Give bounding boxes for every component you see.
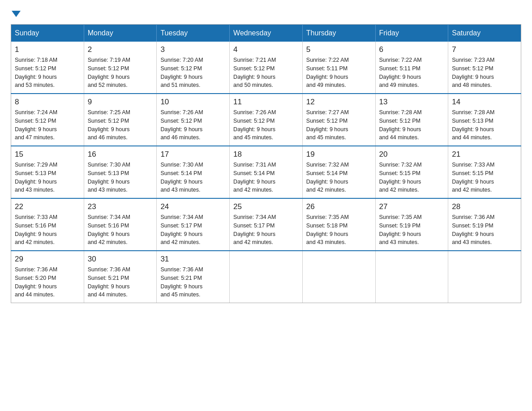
day-info: Sunrise: 7:24 AMSunset: 5:12 PMDaylight:… [15, 108, 80, 142]
day-info: Sunrise: 7:28 AMSunset: 5:13 PMDaylight:… [452, 108, 517, 142]
calendar-cell: 21Sunrise: 7:33 AMSunset: 5:15 PMDayligh… [448, 146, 521, 198]
day-info: Sunrise: 7:26 AMSunset: 5:12 PMDaylight:… [160, 108, 226, 142]
calendar-cell: 30Sunrise: 7:36 AMSunset: 5:21 PMDayligh… [84, 251, 157, 303]
day-number: 25 [233, 202, 299, 211]
calendar-cell [230, 251, 303, 303]
day-info: Sunrise: 7:34 AMSunset: 5:16 PMDaylight:… [88, 213, 153, 247]
day-number: 20 [379, 150, 445, 159]
calendar-cell: 9Sunrise: 7:25 AMSunset: 5:12 PMDaylight… [84, 94, 157, 146]
page-header [11, 11, 521, 17]
day-info: Sunrise: 7:21 AMSunset: 5:12 PMDaylight:… [233, 56, 299, 90]
day-number: 1 [15, 45, 80, 54]
calendar-cell [375, 251, 448, 303]
calendar-cell: 23Sunrise: 7:34 AMSunset: 5:16 PMDayligh… [84, 198, 157, 251]
day-info: Sunrise: 7:35 AMSunset: 5:18 PMDaylight:… [306, 213, 372, 247]
calendar-cell: 24Sunrise: 7:34 AMSunset: 5:17 PMDayligh… [157, 198, 230, 251]
day-info: Sunrise: 7:36 AMSunset: 5:21 PMDaylight:… [160, 265, 226, 299]
day-info: Sunrise: 7:28 AMSunset: 5:12 PMDaylight:… [379, 108, 445, 142]
day-number: 14 [452, 98, 517, 107]
day-info: Sunrise: 7:31 AMSunset: 5:14 PMDaylight:… [233, 161, 299, 194]
day-number: 11 [233, 98, 299, 107]
day-number: 2 [88, 45, 153, 54]
day-info: Sunrise: 7:22 AMSunset: 5:11 PMDaylight:… [306, 56, 372, 90]
calendar-cell: 1Sunrise: 7:18 AMSunset: 5:12 PMDaylight… [11, 42, 84, 94]
calendar-cell: 3Sunrise: 7:20 AMSunset: 5:12 PMDaylight… [157, 42, 230, 94]
calendar-cell: 4Sunrise: 7:21 AMSunset: 5:12 PMDaylight… [230, 42, 303, 94]
weekday-header-sunday: Sunday [11, 25, 84, 42]
calendar-cell: 22Sunrise: 7:33 AMSunset: 5:16 PMDayligh… [11, 198, 84, 251]
calendar-cell [448, 251, 521, 303]
calendar-cell: 28Sunrise: 7:36 AMSunset: 5:19 PMDayligh… [448, 198, 521, 251]
day-number: 21 [452, 150, 517, 159]
day-number: 24 [160, 202, 226, 211]
day-info: Sunrise: 7:30 AMSunset: 5:14 PMDaylight:… [160, 161, 226, 194]
day-info: Sunrise: 7:20 AMSunset: 5:12 PMDaylight:… [160, 56, 226, 90]
calendar-cell: 2Sunrise: 7:19 AMSunset: 5:12 PMDaylight… [84, 42, 157, 94]
day-number: 7 [452, 45, 517, 54]
calendar-cell: 29Sunrise: 7:36 AMSunset: 5:20 PMDayligh… [11, 251, 84, 303]
day-info: Sunrise: 7:27 AMSunset: 5:12 PMDaylight:… [306, 108, 372, 142]
day-info: Sunrise: 7:36 AMSunset: 5:20 PMDaylight:… [15, 265, 80, 299]
calendar-cell: 8Sunrise: 7:24 AMSunset: 5:12 PMDaylight… [11, 94, 84, 146]
day-number: 29 [15, 255, 80, 264]
day-info: Sunrise: 7:36 AMSunset: 5:19 PMDaylight:… [452, 213, 517, 247]
calendar-cell: 5Sunrise: 7:22 AMSunset: 5:11 PMDaylight… [302, 42, 375, 94]
weekday-header-friday: Friday [375, 25, 448, 42]
day-number: 17 [160, 150, 226, 159]
day-info: Sunrise: 7:32 AMSunset: 5:15 PMDaylight:… [379, 161, 445, 194]
day-number: 9 [88, 98, 153, 107]
weekday-header-wednesday: Wednesday [230, 25, 303, 42]
day-number: 18 [233, 150, 299, 159]
calendar-cell: 15Sunrise: 7:29 AMSunset: 5:13 PMDayligh… [11, 146, 84, 198]
day-info: Sunrise: 7:34 AMSunset: 5:17 PMDaylight:… [233, 213, 299, 247]
day-info: Sunrise: 7:18 AMSunset: 5:12 PMDaylight:… [15, 56, 80, 90]
day-info: Sunrise: 7:35 AMSunset: 5:19 PMDaylight:… [379, 213, 445, 247]
day-info: Sunrise: 7:32 AMSunset: 5:14 PMDaylight:… [306, 161, 372, 194]
day-number: 23 [88, 202, 153, 211]
calendar-cell: 18Sunrise: 7:31 AMSunset: 5:14 PMDayligh… [230, 146, 303, 198]
day-info: Sunrise: 7:34 AMSunset: 5:17 PMDaylight:… [160, 213, 226, 247]
day-info: Sunrise: 7:33 AMSunset: 5:15 PMDaylight:… [452, 161, 517, 194]
calendar-week-row: 15Sunrise: 7:29 AMSunset: 5:13 PMDayligh… [11, 146, 521, 198]
weekday-header-tuesday: Tuesday [157, 25, 230, 42]
day-number: 27 [379, 202, 445, 211]
day-number: 19 [306, 150, 372, 159]
day-number: 13 [379, 98, 445, 107]
calendar-cell: 16Sunrise: 7:30 AMSunset: 5:13 PMDayligh… [84, 146, 157, 198]
day-number: 15 [15, 150, 80, 159]
day-number: 26 [306, 202, 372, 211]
day-info: Sunrise: 7:36 AMSunset: 5:21 PMDaylight:… [88, 265, 153, 299]
calendar-cell: 25Sunrise: 7:34 AMSunset: 5:17 PMDayligh… [230, 198, 303, 251]
calendar-cell: 7Sunrise: 7:23 AMSunset: 5:12 PMDaylight… [448, 42, 521, 94]
day-info: Sunrise: 7:25 AMSunset: 5:12 PMDaylight:… [88, 108, 153, 142]
day-info: Sunrise: 7:30 AMSunset: 5:13 PMDaylight:… [88, 161, 153, 194]
calendar-week-row: 29Sunrise: 7:36 AMSunset: 5:20 PMDayligh… [11, 251, 521, 303]
weekday-header-saturday: Saturday [448, 25, 521, 42]
day-info: Sunrise: 7:23 AMSunset: 5:12 PMDaylight:… [452, 56, 517, 90]
calendar-cell: 26Sunrise: 7:35 AMSunset: 5:18 PMDayligh… [302, 198, 375, 251]
calendar-table: SundayMondayTuesdayWednesdayThursdayFrid… [11, 24, 521, 303]
calendar-cell [302, 251, 375, 303]
weekday-header-row: SundayMondayTuesdayWednesdayThursdayFrid… [11, 25, 521, 42]
day-number: 22 [15, 202, 80, 211]
day-number: 16 [88, 150, 153, 159]
day-number: 28 [452, 202, 517, 211]
day-number: 30 [88, 255, 153, 264]
calendar-cell: 31Sunrise: 7:36 AMSunset: 5:21 PMDayligh… [157, 251, 230, 303]
calendar-cell: 14Sunrise: 7:28 AMSunset: 5:13 PMDayligh… [448, 94, 521, 146]
calendar-cell: 27Sunrise: 7:35 AMSunset: 5:19 PMDayligh… [375, 198, 448, 251]
logo-triangle-icon [12, 11, 21, 17]
day-info: Sunrise: 7:33 AMSunset: 5:16 PMDaylight:… [15, 213, 80, 247]
calendar-cell: 19Sunrise: 7:32 AMSunset: 5:14 PMDayligh… [302, 146, 375, 198]
day-number: 4 [233, 45, 299, 54]
day-number: 12 [306, 98, 372, 107]
day-info: Sunrise: 7:19 AMSunset: 5:12 PMDaylight:… [88, 56, 153, 90]
day-number: 5 [306, 45, 372, 54]
calendar-cell: 20Sunrise: 7:32 AMSunset: 5:15 PMDayligh… [375, 146, 448, 198]
day-info: Sunrise: 7:22 AMSunset: 5:11 PMDaylight:… [379, 56, 445, 90]
calendar-cell: 13Sunrise: 7:28 AMSunset: 5:12 PMDayligh… [375, 94, 448, 146]
calendar-week-row: 1Sunrise: 7:18 AMSunset: 5:12 PMDaylight… [11, 42, 521, 94]
calendar-cell: 10Sunrise: 7:26 AMSunset: 5:12 PMDayligh… [157, 94, 230, 146]
day-info: Sunrise: 7:26 AMSunset: 5:12 PMDaylight:… [233, 108, 299, 142]
calendar-cell: 17Sunrise: 7:30 AMSunset: 5:14 PMDayligh… [157, 146, 230, 198]
